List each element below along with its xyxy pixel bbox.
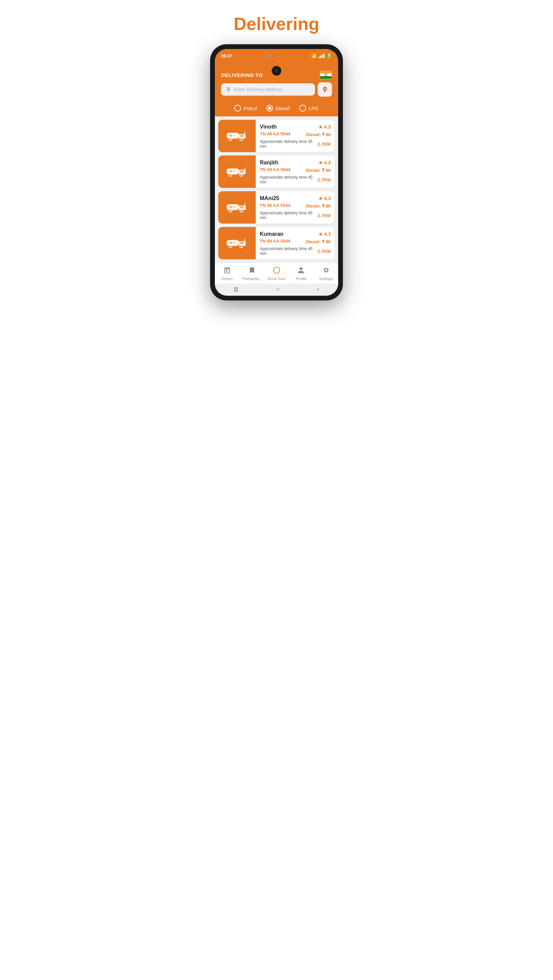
driver-distance: 2.7KM — [318, 177, 331, 182]
driver-distance: 2.7KM — [318, 249, 331, 254]
delivery-time: Approximate delivery time 45 min — [260, 247, 318, 256]
svg-rect-12 — [240, 170, 244, 173]
driver-meta-row: Approximate delivery time 45 min 2.7KM — [260, 247, 331, 256]
nav-item-transactions[interactable]: Transactio... — [239, 266, 264, 281]
driver-info: Kumaran ★ 4.3 TN 09 AA 5544 Diesel: ₹ 86… — [256, 227, 335, 259]
petrol-option[interactable]: Petrol — [234, 105, 257, 111]
nav-item-orders[interactable]: Orders — [215, 266, 239, 281]
driver-thumbnail — [218, 120, 256, 152]
fuel-type-selector: Petrol Diesel LPG — [215, 102, 338, 116]
lpg-label: LPG — [309, 105, 319, 111]
driver-name-row: MAni25 ★ 4.3 — [260, 195, 331, 202]
svg-point-40 — [273, 267, 280, 273]
search-row: Enter Delivery Address — [221, 82, 332, 97]
svg-rect-3 — [244, 131, 245, 134]
driver-meta-row: Approximate delivery time 45 min 2.7KM — [260, 139, 331, 149]
transactions-nav-icon — [248, 266, 256, 275]
driver-rating: ★ 4.3 — [319, 160, 331, 165]
svg-point-7 — [241, 138, 242, 140]
svg-rect-39 — [228, 242, 236, 243]
driver-rating: ★ 4.3 — [319, 231, 331, 237]
driver-name-row: Kumaran ★ 4.3 — [260, 231, 331, 237]
driver-plate: TN 09 AA 5544 — [260, 239, 290, 243]
driver-distance: 2.7KM — [318, 142, 331, 147]
profile-nav-label: Profile — [296, 277, 306, 281]
rating-value: 4.3 — [324, 160, 331, 165]
gps-icon — [322, 86, 328, 93]
driver-card[interactable]: MAni25 ★ 4.3 TN 09 AA 5544 Diesel: ₹ 86 … — [218, 191, 335, 224]
flag-white-stripe — [320, 73, 331, 76]
diesel-radio[interactable] — [266, 105, 273, 111]
system-navigation-bar: ||| ○ ‹ — [215, 283, 338, 296]
svg-point-17 — [241, 174, 242, 176]
svg-point-35 — [229, 246, 231, 247]
driver-name-row: Vinoth ★ 4.3 — [260, 124, 331, 130]
driver-fuel-price: Diesel: ₹ 86 — [306, 168, 331, 173]
signal-bar-1 — [319, 56, 319, 58]
petrol-radio[interactable] — [234, 105, 241, 111]
driver-name: Vinoth — [260, 124, 276, 130]
signal-bar-2 — [320, 56, 321, 58]
nav-item-book_fuel[interactable]: Book Fuel — [264, 266, 289, 281]
alert-dot — [273, 55, 275, 57]
driver-card[interactable]: Ranjith ★ 4.3 TN 09 AA 5544 Diesel: ₹ 86… — [218, 156, 335, 188]
phone-screen: 09:27 📶 🔋 DELIVERING — [215, 49, 338, 296]
driver-fuel-price: Diesel: ₹ 86 — [306, 132, 331, 137]
svg-rect-19 — [228, 171, 236, 172]
driver-rating: ★ 4.3 — [319, 124, 331, 130]
location-pin-icon — [226, 87, 231, 92]
delivery-time: Approximate delivery time 45 min — [260, 175, 318, 185]
home-button[interactable]: ○ — [276, 286, 280, 292]
driver-plate: TN 09 AA 5544 — [260, 131, 290, 137]
svg-rect-33 — [244, 239, 245, 242]
diesel-radio-selected — [268, 107, 271, 110]
notification-dot — [268, 55, 271, 57]
ashoka-chakra — [325, 73, 327, 76]
driver-card[interactable]: Vinoth ★ 4.3 TN 09 AA 5544 Diesel: ₹ 86 … — [218, 120, 335, 152]
svg-point-15 — [229, 174, 231, 176]
driver-info: MAni25 ★ 4.3 TN 09 AA 5544 Diesel: ₹ 86 … — [256, 191, 335, 224]
petrol-label: Petrol — [244, 105, 257, 111]
driver-thumbnail — [218, 227, 256, 259]
driver-distance: 2.7KM — [318, 213, 331, 218]
rating-value: 4.3 — [324, 231, 331, 237]
delivery-time: Approximate delivery time 45 min — [260, 211, 318, 220]
wifi-icon: 📶 — [311, 53, 317, 59]
svg-rect-9 — [228, 135, 236, 136]
orders-nav-label: Orders — [222, 277, 233, 281]
status-bar: 09:27 📶 🔋 — [215, 49, 338, 61]
lpg-radio[interactable] — [299, 105, 306, 111]
signal-bar-4 — [324, 53, 325, 58]
back-button[interactable]: ‹ — [317, 286, 319, 292]
driver-card[interactable]: Kumaran ★ 4.3 TN 09 AA 5544 Diesel: ₹ 86… — [218, 227, 335, 259]
driver-plate: TN 09 AA 5544 — [260, 167, 290, 172]
book_fuel-nav-icon — [273, 266, 280, 275]
flag-orange-stripe — [320, 71, 331, 73]
recents-button[interactable]: ||| — [234, 286, 238, 292]
flag-green-stripe — [320, 76, 331, 79]
driver-name: MAni25 — [260, 195, 279, 202]
star-icon: ★ — [319, 231, 323, 237]
lpg-option[interactable]: LPG — [299, 105, 319, 111]
current-location-button[interactable] — [318, 82, 332, 97]
phone-shell: 09:27 📶 🔋 DELIVERING — [210, 44, 343, 301]
nav-item-profile[interactable]: Profile — [289, 266, 313, 281]
delivery-time: Approximate delivery time 45 min — [260, 139, 318, 149]
svg-rect-22 — [240, 206, 244, 208]
rating-value: 4.3 — [324, 124, 331, 130]
svg-point-25 — [229, 210, 231, 212]
svg-point-5 — [229, 138, 231, 140]
driver-thumbnail — [218, 156, 256, 188]
india-flag[interactable] — [320, 71, 332, 79]
status-time: 09:27 — [221, 53, 232, 59]
profile-nav-icon — [297, 266, 305, 275]
settings-nav-label: Settings — [319, 277, 333, 281]
rating-value: 4.3 — [324, 196, 331, 201]
delivery-address-input[interactable]: Enter Delivery Address — [221, 83, 315, 95]
diesel-option[interactable]: Diesel — [266, 105, 290, 111]
star-icon: ★ — [319, 196, 323, 201]
nav-item-settings[interactable]: Settings — [314, 266, 338, 281]
fuel-truck-icon — [225, 235, 249, 251]
svg-point-37 — [241, 246, 242, 247]
driver-meta-row: Approximate delivery time 45 min 2.7KM — [260, 175, 331, 185]
